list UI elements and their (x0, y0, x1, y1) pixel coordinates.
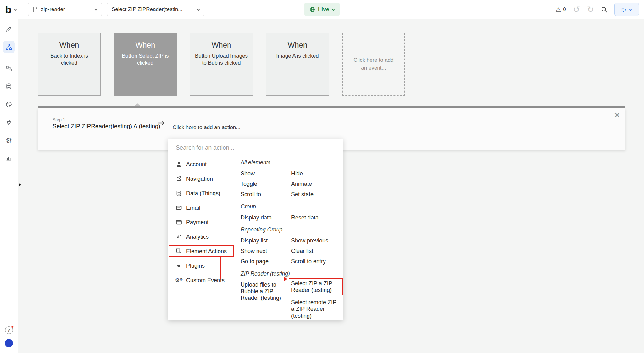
chevron-down-icon (94, 7, 97, 11)
sidebar-item-components[interactable] (3, 63, 15, 75)
category-element-actions[interactable]: Element Actions (168, 244, 235, 259)
category-label: Element Actions (186, 248, 227, 255)
action-item[interactable]: Scroll to (241, 189, 291, 200)
chevron-down-icon (629, 7, 632, 11)
category-plugins[interactable]: Plugins (168, 259, 235, 273)
sidebar-item-data[interactable] (3, 81, 15, 93)
account-avatar[interactable] (5, 339, 13, 347)
action-group-header: ZIP Reader (testing) (235, 268, 343, 279)
arrow-right-icon (158, 120, 165, 127)
element-actions-icon (176, 248, 182, 254)
bubble-logo: b (5, 4, 12, 15)
components-icon (5, 65, 12, 72)
add-action-box[interactable]: Click here to add an action... (168, 117, 249, 138)
category-label: Plugins (186, 263, 205, 269)
add-event-card[interactable]: Click here to add an event... (342, 33, 405, 96)
workflow-icon (5, 43, 12, 50)
category-label: Data (Things) (186, 190, 220, 197)
event-card[interactable]: When Image A is clicked (266, 33, 329, 96)
action-item[interactable]: Go to page (241, 256, 291, 267)
element-selector[interactable]: Select ZIP ZIPReader(testin... (107, 3, 204, 16)
chevron-down-icon (197, 7, 200, 11)
chevron-down-icon (14, 7, 17, 11)
element-selector-value: Select ZIP ZIPReader(testin... (112, 6, 183, 13)
event-title: When (190, 41, 253, 49)
pencil-icon (5, 26, 12, 32)
redo-button[interactable]: ↻ (587, 5, 594, 14)
environment-label: Live (318, 6, 329, 13)
action-item[interactable]: Upload files to Bubble a ZIP Reader (tes… (241, 280, 291, 320)
event-card-selected[interactable]: When Button Select ZIP is clicked (114, 33, 177, 96)
action-item[interactable]: Set state (291, 189, 339, 200)
page-icon (33, 7, 38, 12)
search-button[interactable] (601, 6, 608, 13)
step-number-label: Step 1 (53, 117, 65, 122)
sidebar-item-plugins[interactable] (3, 117, 15, 128)
globe-icon (309, 7, 315, 12)
person-icon (176, 161, 182, 168)
sidebar-item-design[interactable] (3, 23, 15, 35)
workflow-canvas[interactable]: When Back to Index is clicked When Butto… (18, 19, 644, 353)
issue-count: 0 (563, 6, 566, 13)
event-title: When (38, 41, 100, 49)
category-analytics[interactable]: Analytics (168, 230, 235, 244)
add-event-placeholder: Click here to add an event... (343, 56, 404, 72)
palette-icon (5, 101, 12, 108)
action-item[interactable]: Display data (241, 213, 291, 223)
action-item-select-zip[interactable]: Select ZIP a ZIP Reader (testing) (291, 280, 341, 293)
bubble-logo-menu[interactable]: b (5, 0, 17, 19)
preview-button[interactable]: ▷ (614, 3, 639, 16)
action-item[interactable]: Animate (291, 179, 339, 189)
steps-scrollbar[interactable] (38, 106, 625, 108)
analytics-icon (176, 234, 182, 240)
sidebar-item-styles[interactable] (3, 99, 15, 111)
category-label: Payment (186, 219, 208, 226)
event-subtitle: Image A is clicked (271, 53, 324, 60)
play-icon: ▷ (622, 6, 626, 13)
action-group-header: All elements (235, 157, 343, 168)
category-payment[interactable]: Payment (168, 215, 235, 230)
topbar: b zip-reader Select ZIP ZIPReader(testin… (0, 0, 644, 19)
event-title: When (266, 41, 329, 49)
action-item[interactable]: Hide (291, 168, 339, 179)
action-search-input[interactable] (168, 139, 343, 157)
annotation-highlight-box: Select ZIP a ZIP Reader (testing) (289, 278, 343, 295)
topbar-actions: ⚠ 0 ↺ ↻ ▷ (555, 0, 639, 19)
event-card[interactable]: When Button Upload Images to Bub is clic… (190, 33, 253, 96)
action-item[interactable]: Reset data (291, 213, 339, 223)
action-item[interactable]: Display list (241, 236, 291, 246)
action-menu-body: Account Navigation Data (Things) (168, 157, 343, 320)
sidebar-item-logs[interactable] (3, 152, 15, 164)
category-custom-events[interactable]: ⚙⚙ Custom Events (168, 273, 235, 288)
panel-expander-arrow[interactable] (19, 183, 21, 187)
category-data-things[interactable]: Data (Things) (168, 186, 235, 201)
action-item[interactable]: Show previous (291, 236, 339, 246)
category-navigation[interactable]: Navigation (168, 172, 235, 186)
category-account[interactable]: Account (168, 157, 235, 172)
page-selector[interactable]: zip-reader (28, 3, 102, 16)
category-email[interactable]: Email (168, 201, 235, 215)
event-subtitle: Button Upload Images to Bub is clicked (195, 53, 248, 66)
help-button[interactable]: ? (5, 326, 13, 334)
sidebar-item-settings[interactable]: ⚙ (3, 134, 15, 146)
undo-button[interactable]: ↺ (573, 5, 580, 14)
action-item[interactable]: Select remote ZIP a ZIP Reader (testing) (291, 297, 339, 320)
plug-icon (5, 119, 12, 126)
action-menu-popup: Account Navigation Data (Things) (168, 139, 343, 320)
close-button[interactable]: × (614, 110, 620, 120)
issues-indicator[interactable]: ⚠ 0 (555, 6, 566, 13)
action-item[interactable]: Toggle (241, 179, 291, 189)
category-label: Navigation (186, 176, 213, 182)
action-item[interactable]: Show next (241, 246, 291, 256)
action-item[interactable]: Show (241, 168, 291, 179)
event-card[interactable]: When Back to Index is clicked (38, 33, 101, 96)
environment-selector[interactable]: Live (304, 3, 340, 16)
sidebar-item-workflow[interactable] (3, 41, 15, 53)
database-icon (176, 190, 182, 196)
action-item[interactable]: Scroll to entry (291, 256, 339, 267)
page-selector-value: zip-reader (41, 6, 65, 13)
action-item[interactable]: Clear list (291, 246, 339, 256)
step-title[interactable]: Select ZIP ZIPReader(testing) A (testing… (53, 123, 160, 130)
event-subtitle: Back to Index is clicked (42, 53, 96, 66)
category-label: Analytics (186, 234, 209, 240)
